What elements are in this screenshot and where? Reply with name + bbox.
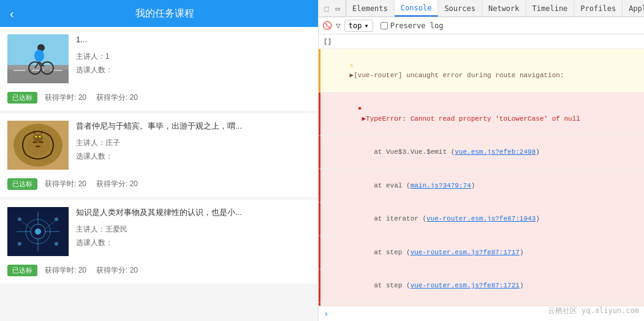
- console-toolbar: 🚫 ▽ top ▾ Preserve log: [319, 17, 644, 34]
- course-stats: 获得学时: 20 获得学分: 20: [45, 179, 138, 189]
- stack-line: at eval (main.js?3479:74): [319, 169, 644, 203]
- course-thumbnail: [7, 121, 69, 170]
- stack-link[interactable]: vue.esm.js?efeb:2498: [455, 148, 536, 156]
- course-thumbnail: [7, 34, 69, 83]
- tab-console[interactable]: Console: [395, 0, 439, 17]
- status-badge: 已达标: [7, 178, 37, 190]
- course-footer: 已达标 获得学时: 20 获得学分: 20: [7, 261, 311, 276]
- svg-point-20: [35, 228, 41, 235]
- stack-line: at step (vue-router.esm.js?fe87:1721): [319, 270, 644, 303]
- warning-icon: ⚠: [350, 61, 354, 69]
- courses-list: 1... 主讲人：1 选课人数： 已达标 获得学时: 20 获得学分: 20: [0, 27, 318, 321]
- preserve-log-group: Preserve log: [381, 21, 444, 30]
- svg-point-7: [34, 50, 44, 62]
- svg-point-26: [55, 217, 58, 221]
- tab-profiles[interactable]: Profiles: [574, 0, 623, 17]
- course-stats: 获得学时: 20 获得学分: 20: [45, 265, 138, 276]
- course-info: 1... 主讲人：1 选课人数：: [76, 34, 311, 77]
- svg-rect-2: [7, 65, 69, 70]
- course-meta: 主讲人：1 选课人数：: [76, 50, 311, 77]
- error-icon: ●: [358, 105, 362, 112]
- course-meta: 主讲人：王爱民 选课人数：: [76, 223, 311, 249]
- inspect-icon[interactable]: ⬚: [322, 4, 331, 13]
- course-info: 知识是人类对事物及其规律性的认识，也是小... 主讲人：王爱民 选课人数：: [76, 207, 311, 249]
- course-footer: 已达标 获得学时: 20 获得学分: 20: [7, 175, 311, 190]
- course-meta: 主讲人：庄子 选课人数：: [76, 137, 311, 163]
- devtools-icons: ⬚ ▭: [319, 0, 346, 17]
- tab-elements[interactable]: Elements: [346, 0, 395, 17]
- top-bar: ‹ 我的任务课程: [0, 0, 318, 27]
- page-title: 我的任务课程: [21, 7, 308, 20]
- console-error-block: ● ▶TypeError: Cannot read property 'toLo…: [319, 93, 644, 306]
- warning-text: ▶[vue-router] uncaught error during rout…: [350, 72, 564, 79]
- course-title: 1...: [76, 34, 311, 45]
- stack-line: at step (vue-router.esm.js?fe87:1717): [319, 236, 644, 270]
- device-icon[interactable]: ▭: [333, 4, 342, 13]
- filter-icon[interactable]: ▽: [336, 21, 341, 30]
- stack-line: at Vue$3.Vue.$emit (vue.esm.js?efeb:2498…: [319, 136, 644, 170]
- error-text: ▶TypeError: Cannot read property 'toLowe…: [358, 115, 580, 123]
- devtools-tab-bar: ⬚ ▭ Elements Console Sources Network Tim…: [319, 0, 644, 17]
- stack-link[interactable]: main.js?3479:74: [411, 182, 471, 189]
- error-main-line[interactable]: ● ▶TypeError: Cannot read property 'toLo…: [319, 93, 644, 136]
- svg-point-28: [55, 242, 58, 246]
- course-info: 昔者仲尼与于蜡宾。事毕，出游于观之上，喟... 主讲人：庄子 选课人数：: [76, 121, 311, 163]
- preserve-log-label: Preserve log: [390, 21, 444, 30]
- svg-point-27: [18, 242, 21, 246]
- console-output: [] ⚠ ▶[vue-router] uncaught error during…: [319, 34, 644, 306]
- svg-point-25: [18, 217, 21, 221]
- course-footer: 已达标 获得学时: 20 获得学分: 20: [7, 88, 311, 104]
- stack-link[interactable]: vue-router.esm.js?fe87:1721: [411, 282, 520, 289]
- course-item[interactable]: 昔者仲尼与于蜡宾。事毕，出游于观之上，喟... 主讲人：庄子 选课人数： 已达标…: [0, 113, 318, 197]
- left-panel: ‹ 我的任务课程: [0, 0, 319, 321]
- prompt-arrow-icon: ›: [324, 309, 328, 319]
- status-badge: 已达标: [7, 265, 37, 276]
- stack-line: at iterator (vue-router.esm.js?fe87:1943…: [319, 203, 644, 236]
- back-button[interactable]: ‹: [10, 7, 14, 21]
- course-stats: 获得学时: 20 获得学分: 20: [45, 93, 138, 103]
- tab-timeline[interactable]: Timeline: [526, 0, 575, 17]
- top-level-dropdown[interactable]: top ▾: [344, 20, 373, 32]
- console-warning-line[interactable]: ⚠ ▶[vue-router] uncaught error during ro…: [319, 49, 644, 93]
- svg-rect-3: [13, 70, 26, 71]
- course-thumbnail: [7, 207, 69, 256]
- console-line: []: [319, 36, 644, 49]
- course-title: 知识是人类对事物及其规律性的认识，也是小...: [76, 207, 311, 218]
- svg-point-16: [39, 136, 41, 138]
- stack-link[interactable]: vue-router.esm.js?fe87:1943: [426, 215, 536, 222]
- tab-sources[interactable]: Sources: [438, 0, 482, 17]
- status-badge: 已达标: [7, 92, 37, 104]
- course-item[interactable]: 知识是人类对事物及其规律性的认识，也是小... 主讲人：王爱民 选课人数： 已达…: [0, 200, 318, 284]
- tab-network[interactable]: Network: [482, 0, 526, 17]
- watermark: 云栖社区 yq.aliyun.com: [548, 306, 639, 316]
- course-item[interactable]: 1... 主讲人：1 选课人数： 已达标 获得学时: 20 获得学分: 20: [0, 27, 318, 111]
- svg-point-15: [36, 136, 37, 138]
- devtools-panel: ⬚ ▭ Elements Console Sources Network Tim…: [319, 0, 644, 321]
- tab-application[interactable]: Application: [623, 0, 644, 17]
- course-title: 昔者仲尼与于蜡宾。事毕，出游于观之上，喟...: [76, 121, 311, 132]
- svg-point-14: [33, 134, 43, 142]
- preserve-log-checkbox[interactable]: [381, 22, 388, 29]
- clear-console-icon[interactable]: 🚫: [322, 21, 332, 30]
- stack-link[interactable]: vue-router.esm.js?fe87:1717: [411, 249, 520, 256]
